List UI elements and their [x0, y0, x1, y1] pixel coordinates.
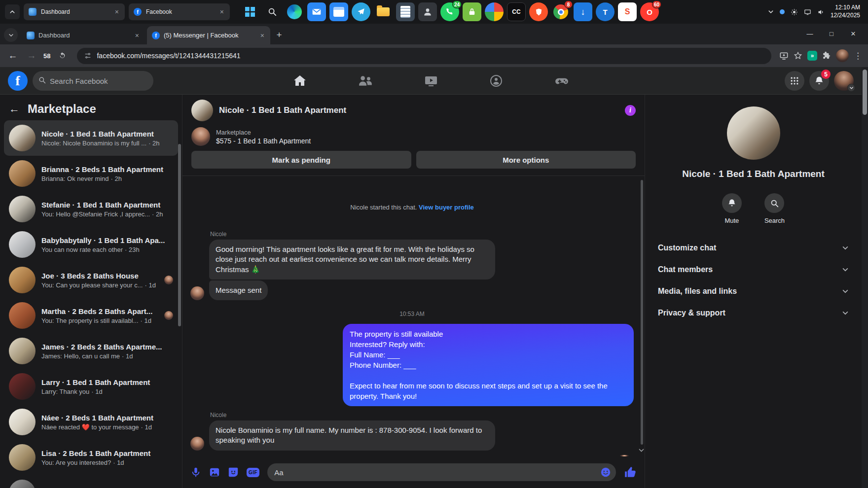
- home-icon[interactable]: [293, 74, 307, 88]
- bookmark-star-icon[interactable]: [794, 51, 802, 60]
- message-input-wrap[interactable]: [267, 463, 616, 481]
- display-cast-icon[interactable]: [804, 8, 811, 16]
- photos-app-icon[interactable]: [485, 2, 504, 21]
- incoming-message-bubble[interactable]: Good morning! This apartment looks like …: [209, 240, 495, 279]
- search-input[interactable]: [50, 77, 147, 85]
- download-manager-icon[interactable]: ↓: [574, 2, 592, 21]
- incoming-message-bubble[interactable]: Nicole Bonaminio is my full name. My num…: [209, 420, 495, 451]
- scrollbar-thumb[interactable]: [863, 70, 867, 115]
- notepad-icon[interactable]: [396, 2, 415, 21]
- sender-avatar[interactable]: [190, 286, 204, 300]
- chat-info-icon[interactable]: i: [625, 105, 636, 116]
- edge-browser-icon[interactable]: [285, 2, 304, 21]
- minimize-button[interactable]: —: [799, 26, 821, 41]
- conversation-item-lisa[interactable]: Lisa · 2 Beds 1 Bath Apartment You: Are …: [4, 440, 178, 475]
- close-tab-icon[interactable]: ×: [134, 32, 140, 39]
- notifications-bell-icon[interactable]: 5: [809, 71, 829, 91]
- volume-icon[interactable]: [817, 8, 825, 16]
- conversation-item-elizabeth[interactable]: Elizabeth · 3 Beds 2 Baths Ho...: [4, 475, 178, 488]
- gif-icon[interactable]: GIF: [247, 468, 259, 477]
- attach-image-icon[interactable]: [209, 467, 220, 478]
- taskbar-chevron-up-icon[interactable]: [5, 4, 20, 19]
- close-icon[interactable]: ×: [114, 8, 120, 16]
- conversation-item-martha[interactable]: Martha · 2 Beds 2 Baths Apart... You: Th…: [4, 298, 178, 333]
- mail-app-icon[interactable]: [307, 2, 326, 21]
- voice-clip-icon[interactable]: [190, 467, 201, 478]
- taskbar-window-dashboard[interactable]: Dashboard ×: [24, 3, 125, 20]
- close-window-button[interactable]: ✕: [842, 26, 864, 41]
- conversation-item-nicole[interactable]: Nicole · 1 Bed 1 Bath Apartment Nicole: …: [4, 120, 178, 156]
- profile-avatar[interactable]: [834, 71, 854, 91]
- section-customize-chat[interactable]: Customize chat: [653, 237, 854, 259]
- facebook-logo[interactable]: f: [8, 71, 28, 91]
- file-explorer-icon[interactable]: [374, 2, 393, 21]
- chat-avatar[interactable]: [191, 100, 213, 121]
- pinned-extension-icon[interactable]: »: [807, 51, 817, 61]
- page-scrollbar[interactable]: [862, 67, 868, 488]
- conversation-item-joe[interactable]: Joe · 3 Beds 2 Baths House You: Can you …: [4, 262, 178, 298]
- browser-tab-dashboard[interactable]: Dashboard ×: [22, 26, 145, 44]
- facebook-search[interactable]: [33, 71, 153, 91]
- scroll-down-icon[interactable]: [638, 447, 645, 455]
- brightness-icon[interactable]: [791, 8, 798, 16]
- conversation-item-brianna[interactable]: Brianna · 2 Beds 1 Bath Apartment Briann…: [4, 156, 178, 191]
- taskbar-window-facebook[interactable]: f Facebook ×: [129, 3, 230, 20]
- taskbar-clock[interactable]: 12:10 AM 12/24/2025: [831, 4, 860, 19]
- capcut-icon[interactable]: CC: [507, 2, 526, 21]
- apps-grid-icon[interactable]: [785, 71, 804, 91]
- whatsapp-icon[interactable]: 24: [440, 2, 459, 21]
- watch-icon[interactable]: [424, 74, 438, 88]
- shopee-icon[interactable]: S: [618, 2, 637, 21]
- mute-button[interactable]: Mute: [722, 193, 742, 224]
- sender-avatar[interactable]: [190, 437, 204, 451]
- password-manager-icon[interactable]: [463, 2, 481, 21]
- telegram-icon[interactable]: [352, 2, 370, 21]
- section-privacy-support[interactable]: Privacy & support: [653, 302, 854, 324]
- reload-button[interactable]: [55, 52, 69, 60]
- sidebar-scrollbar[interactable]: [178, 144, 181, 326]
- message-input[interactable]: [274, 468, 596, 477]
- conversation-item-stefanie[interactable]: Stefanie · 1 Bed 1 Bath Apartment You: H…: [4, 191, 178, 227]
- start-button-icon[interactable]: [241, 2, 259, 21]
- back-arrow-icon[interactable]: ←: [9, 104, 20, 114]
- close-icon[interactable]: ×: [219, 8, 225, 16]
- search-in-conversation-button[interactable]: Search: [764, 193, 785, 224]
- outgoing-message-bubble[interactable]: The property is still available Interest…: [343, 324, 634, 406]
- site-info-icon[interactable]: [84, 52, 92, 60]
- section-chat-members[interactable]: Chat members: [653, 259, 854, 280]
- install-app-icon[interactable]: [779, 51, 789, 61]
- address-bar[interactable]: facebook.com/messages/t/1241344431215641: [77, 48, 771, 64]
- tab-counter-badge[interactable]: 58: [43, 52, 50, 60]
- brave-browser-icon[interactable]: [529, 2, 548, 21]
- gaming-icon[interactable]: [554, 73, 569, 88]
- extensions-puzzle-icon[interactable]: [822, 51, 831, 60]
- browser-profile-avatar[interactable]: [836, 49, 849, 62]
- conversation-item-naee[interactable]: Náee · 2 Beds 1 Bath Apartment Náee reac…: [4, 404, 178, 440]
- conversation-item-larry[interactable]: Larry · 1 Bed 1 Bath Apartment Larry: Th…: [4, 369, 178, 404]
- new-tab-button[interactable]: +: [272, 28, 286, 42]
- browser-menu-icon[interactable]: ⋮: [854, 51, 862, 61]
- groups-icon[interactable]: [489, 74, 503, 88]
- maximize-button[interactable]: □: [821, 26, 842, 41]
- mark-as-pending-button[interactable]: Mark as pending: [191, 151, 411, 169]
- like-thumb-icon[interactable]: [624, 466, 637, 479]
- bluetooth-status-icon[interactable]: [780, 9, 785, 14]
- close-tab-icon[interactable]: ×: [259, 32, 265, 39]
- conversation-item-babybabytally[interactable]: Babybabytally · 1 Bed 1 Bath Apa... You …: [4, 227, 178, 262]
- tab-search-button[interactable]: [4, 28, 18, 42]
- tray-chevron-icon[interactable]: [768, 9, 774, 15]
- chat-scrollbar[interactable]: [641, 180, 643, 445]
- more-options-button[interactable]: More options: [416, 151, 636, 169]
- forward-button[interactable]: →: [25, 50, 38, 61]
- section-media-files-links[interactable]: Media, files and links: [653, 280, 854, 302]
- marketplace-listing[interactable]: Marketplace $575 - 1 Bed 1 Bath Apartmen…: [182, 126, 645, 151]
- incoming-message-bubble[interactable]: Message sent: [209, 280, 268, 300]
- sticker-icon[interactable]: [228, 467, 239, 478]
- search-icon[interactable]: [263, 2, 282, 21]
- friends-icon[interactable]: [358, 73, 373, 88]
- calendar-app-icon[interactable]: [329, 2, 348, 21]
- back-button[interactable]: ←: [6, 50, 20, 61]
- contacts-app-icon[interactable]: [418, 2, 437, 21]
- chrome-browser-icon[interactable]: 8: [551, 2, 570, 21]
- view-buyer-profile-link[interactable]: View buyer profile: [419, 204, 474, 211]
